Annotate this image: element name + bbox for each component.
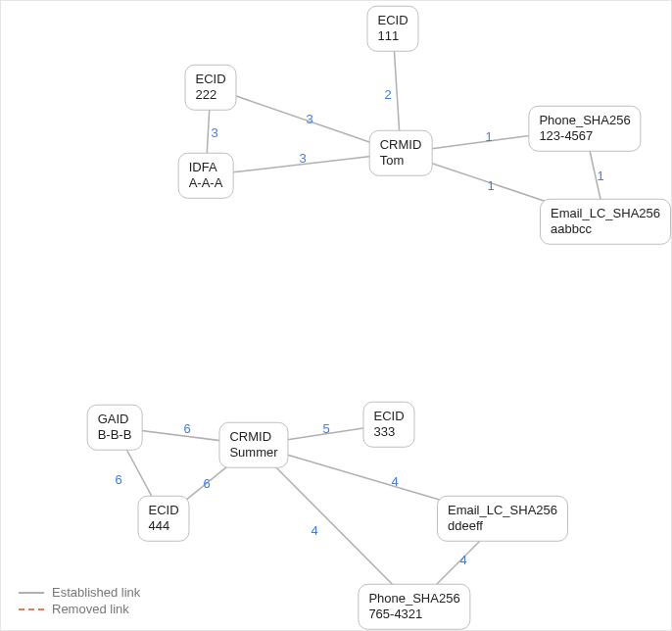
node-ecid444[interactable]: ECID444 xyxy=(137,496,189,542)
node-value-label: Summer xyxy=(229,445,277,461)
node-type-label: ECID xyxy=(377,13,408,28)
node-value-label: 765-4321 xyxy=(368,607,459,622)
node-value-label: ddeeff xyxy=(448,518,557,534)
node-value-label: aabbcc xyxy=(551,221,660,237)
node-phoneTom[interactable]: Phone_SHA256123-4567 xyxy=(528,106,641,152)
node-phoneSum[interactable]: Phone_SHA256765-4321 xyxy=(358,584,470,630)
edge-label: 3 xyxy=(211,125,217,140)
node-type-label: Email_LC_SHA256 xyxy=(448,503,557,518)
node-ecid222[interactable]: ECID222 xyxy=(184,65,236,111)
node-value-label: B-B-B xyxy=(98,427,132,443)
node-value-label: 444 xyxy=(148,518,178,534)
node-gaid[interactable]: GAIDB-B-B xyxy=(87,405,143,451)
graph-canvas: ECID111ECID222CRMIDTomPhone_SHA256123-45… xyxy=(0,0,672,631)
legend-removed: Removed link xyxy=(19,602,140,616)
node-value-label: Tom xyxy=(380,153,422,169)
links-layer xyxy=(1,1,672,631)
node-ecid111[interactable]: ECID111 xyxy=(366,6,418,52)
node-value-label: 123-4567 xyxy=(539,128,630,144)
node-emailSum[interactable]: Email_LC_SHA256ddeeff xyxy=(437,496,568,542)
edge-label: 1 xyxy=(485,129,492,144)
edge-label: 3 xyxy=(299,151,306,166)
node-value-label: 222 xyxy=(195,87,225,103)
edge-label: 6 xyxy=(203,476,210,491)
node-type-label: Phone_SHA256 xyxy=(539,113,630,128)
edge-label: 2 xyxy=(384,87,391,102)
node-value-label: A-A-A xyxy=(189,175,223,191)
node-crmidSum[interactable]: CRMIDSummer xyxy=(218,422,288,468)
legend-label-removed: Removed link xyxy=(52,602,129,616)
edge-label: 1 xyxy=(487,178,494,193)
edge-label: 5 xyxy=(322,421,329,436)
node-ecid333[interactable]: ECID333 xyxy=(362,402,414,448)
edge-label: 4 xyxy=(459,553,466,567)
node-emailTom[interactable]: Email_LC_SHA256aabbcc xyxy=(540,199,671,245)
edge-label: 6 xyxy=(115,472,121,487)
edge-label: 3 xyxy=(306,112,312,126)
node-type-label: Phone_SHA256 xyxy=(368,591,459,607)
node-crmidTom[interactable]: CRMIDTom xyxy=(369,130,433,176)
node-type-label: CRMID xyxy=(229,429,277,445)
node-idfa[interactable]: IDFAA-A-A xyxy=(178,153,234,199)
legend: Established link Removed link xyxy=(19,583,140,616)
legend-swatch-removed xyxy=(19,608,44,610)
node-type-label: Email_LC_SHA256 xyxy=(551,206,660,221)
edge-crmidSum-phoneSum xyxy=(254,445,414,607)
edge-label: 1 xyxy=(597,169,603,183)
node-type-label: ECID xyxy=(195,72,225,87)
node-value-label: 333 xyxy=(373,424,404,440)
legend-swatch-established xyxy=(19,592,44,594)
node-type-label: GAID xyxy=(98,412,132,427)
node-value-label: 111 xyxy=(377,28,408,44)
node-type-label: CRMID xyxy=(380,137,422,153)
legend-established: Established link xyxy=(19,585,140,600)
legend-label-established: Established link xyxy=(52,585,140,600)
edge-label: 4 xyxy=(391,474,398,489)
node-type-label: ECID xyxy=(373,409,404,424)
node-type-label: ECID xyxy=(148,503,178,518)
edge-label: 4 xyxy=(311,523,317,538)
node-type-label: IDFA xyxy=(189,160,223,175)
edge-label: 6 xyxy=(183,421,190,436)
